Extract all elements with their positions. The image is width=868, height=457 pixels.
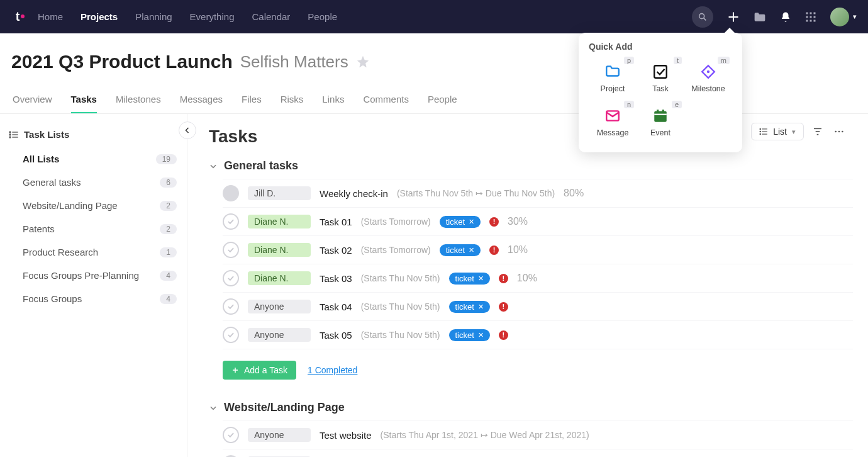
tab-overview[interactable]: Overview xyxy=(13,94,52,113)
keyboard-shortcut: p xyxy=(624,57,634,64)
task-checkbox[interactable] xyxy=(223,242,239,258)
tab-tasks[interactable]: Tasks xyxy=(71,94,97,113)
user-menu[interactable]: ▾ xyxy=(830,8,857,26)
svg-point-24 xyxy=(9,134,11,135)
tab-messages[interactable]: Messages xyxy=(180,94,223,113)
task-title: Test website xyxy=(320,430,372,441)
quick-add-label: Milestone xyxy=(691,84,725,93)
keyboard-shortcut: n xyxy=(624,101,634,108)
search-icon[interactable] xyxy=(692,6,713,28)
quick-add-project[interactable]: pProject xyxy=(589,58,637,98)
task-tag[interactable]: ticket ✕ xyxy=(440,244,481,256)
task-tag[interactable]: ticket ✕ xyxy=(449,329,490,341)
brand-logo[interactable]: t xyxy=(11,9,29,24)
assignee-chip[interactable]: Anyone xyxy=(248,300,311,313)
section-header[interactable]: Website/Landing Page xyxy=(209,401,853,414)
count-badge: 19 xyxy=(156,154,177,164)
remove-tag-icon[interactable]: ✕ xyxy=(469,218,474,226)
more-icon[interactable] xyxy=(832,128,847,135)
task-checkbox[interactable] xyxy=(223,185,239,201)
quick-add-popover: Quick Add pProjecttTaskmMilestonenMessag… xyxy=(579,33,742,152)
count-badge: 4 xyxy=(160,294,177,304)
svg-rect-7 xyxy=(806,16,808,18)
remove-tag-icon[interactable]: ✕ xyxy=(478,274,484,283)
quick-add-task[interactable]: tTask xyxy=(637,58,684,98)
sidebar-item[interactable]: General tasks6 xyxy=(9,172,181,193)
sidebar-item[interactable]: Product Research1 xyxy=(9,242,181,262)
quick-add-milestone[interactable]: mMilestone xyxy=(684,58,732,98)
task-row[interactable]: AnyoneTask 04(Starts Thu Nov 5th)ticket … xyxy=(223,293,853,321)
top-nav: t HomeProjectsPlanningEverythingCalendar… xyxy=(0,0,868,33)
svg-rect-8 xyxy=(810,16,812,18)
top-icons: ▾ xyxy=(692,6,857,28)
assignee-chip[interactable]: Diane N. xyxy=(248,215,311,228)
collapse-sidebar-button[interactable] xyxy=(179,121,196,139)
quick-add-label: Message xyxy=(597,128,629,137)
sidebar-item[interactable]: Website/Landing Page2 xyxy=(9,195,181,216)
tab-people[interactable]: People xyxy=(428,94,457,113)
task-row[interactable]: AnyoneTask 05(Starts Thu Nov 5th)ticket … xyxy=(223,321,853,349)
task-row[interactable]: Cuddly W.Website/Landing Page - developm… xyxy=(223,449,853,457)
task-checkbox[interactable] xyxy=(223,327,239,343)
task-tag[interactable]: ticket ✕ xyxy=(449,273,490,285)
remove-tag-icon[interactable]: ✕ xyxy=(469,246,474,254)
task-row[interactable]: Jill D.Weekly check-in(Starts Thu Nov 5t… xyxy=(223,179,853,208)
svg-point-37 xyxy=(842,131,843,133)
remove-tag-icon[interactable]: ✕ xyxy=(478,303,484,311)
remove-tag-icon[interactable]: ✕ xyxy=(478,331,484,339)
tab-comments[interactable]: Comments xyxy=(363,94,409,113)
assignee-chip[interactable]: Anyone xyxy=(248,328,311,342)
task-row[interactable]: Diane N.Task 01(Starts Tomorrow)ticket ✕… xyxy=(223,208,853,236)
task-row[interactable]: AnyoneTest website(Starts Thu Apr 1st, 2… xyxy=(223,420,853,449)
assignee-chip[interactable]: Jill D. xyxy=(248,186,311,200)
nav-item-projects[interactable]: Projects xyxy=(81,11,118,22)
task-tag[interactable]: ticket ✕ xyxy=(449,301,490,313)
task-title: Weekly check-in xyxy=(320,188,388,199)
quick-add-message[interactable]: nMessage xyxy=(589,102,637,142)
bell-icon[interactable] xyxy=(780,11,791,23)
milestone-icon xyxy=(699,63,717,81)
task-row[interactable]: Diane N.Task 03(Starts Thu Nov 5th)ticke… xyxy=(223,264,853,293)
task-progress: 30% xyxy=(508,216,528,227)
quick-add-event[interactable]: eEvent xyxy=(637,102,684,142)
tab-risks[interactable]: Risks xyxy=(281,94,304,113)
add-icon[interactable] xyxy=(727,11,740,23)
sidebar-item[interactable]: Patents2 xyxy=(9,218,181,239)
svg-rect-13 xyxy=(654,65,667,78)
task-checkbox[interactable] xyxy=(223,427,239,443)
nav-item-home[interactable]: Home xyxy=(38,11,63,22)
completed-link[interactable]: 1 Completed xyxy=(308,365,357,375)
task-checkbox[interactable] xyxy=(223,298,239,315)
tab-links[interactable]: Links xyxy=(322,94,344,113)
nav-item-planning[interactable]: Planning xyxy=(135,11,172,22)
chevron-down-icon xyxy=(209,403,218,412)
event-icon xyxy=(652,107,669,125)
star-icon[interactable] xyxy=(356,55,370,69)
nav-item-people[interactable]: People xyxy=(308,11,337,22)
task-tag[interactable]: ticket ✕ xyxy=(440,216,481,228)
add-task-button[interactable]: Add a Task xyxy=(223,361,296,380)
svg-point-29 xyxy=(760,128,760,129)
task-checkbox[interactable] xyxy=(223,270,239,286)
quick-add-label: Task xyxy=(652,84,669,93)
task-checkbox[interactable] xyxy=(223,213,239,230)
section-header[interactable]: General tasks xyxy=(209,159,853,172)
sidebar-item[interactable]: Focus Groups4 xyxy=(9,288,181,309)
nav-item-everything[interactable]: Everything xyxy=(190,11,235,22)
task-progress: 80% xyxy=(564,188,584,199)
warning-icon: ! xyxy=(489,245,499,255)
sidebar-item[interactable]: Focus Groups Pre-Planning4 xyxy=(9,265,181,286)
tab-milestones[interactable]: Milestones xyxy=(116,94,161,113)
sidebar-item[interactable]: All Lists19 xyxy=(9,149,181,169)
tab-files[interactable]: Files xyxy=(242,94,262,113)
assignee-chip[interactable]: Diane N. xyxy=(248,243,311,257)
nav-item-calendar[interactable]: Calendar xyxy=(252,11,290,22)
view-selector[interactable]: List ▾ xyxy=(751,123,804,140)
svg-point-30 xyxy=(760,131,760,132)
apps-icon[interactable] xyxy=(805,11,816,23)
assignee-chip[interactable]: Diane N. xyxy=(248,271,311,285)
filter-icon[interactable] xyxy=(810,124,825,139)
folder-icon[interactable] xyxy=(754,11,766,23)
assignee-chip[interactable]: Anyone xyxy=(248,428,311,442)
task-row[interactable]: Diane N.Task 02(Starts Tomorrow)ticket ✕… xyxy=(223,236,853,264)
